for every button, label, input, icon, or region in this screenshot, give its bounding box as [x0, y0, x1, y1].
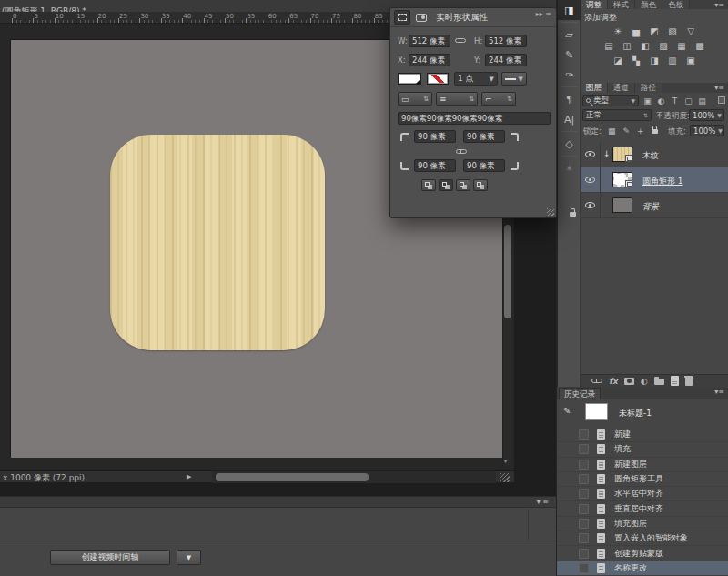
- panel-paragraph-icon[interactable]: ¶: [558, 89, 581, 109]
- panel-3d-icon[interactable]: ◇: [558, 134, 581, 154]
- create-video-timeline-button[interactable]: 创建视频时间轴: [50, 550, 170, 565]
- layer-filter-kind-select[interactable]: 类型 ▼: [582, 95, 639, 106]
- curves-icon[interactable]: ◩: [648, 25, 662, 37]
- pathfinder-unite-button[interactable]: [421, 179, 436, 191]
- history-brush-source-checkbox[interactable]: [579, 563, 589, 573]
- history-step[interactable]: 置入嵌入的智能对象: [557, 531, 728, 546]
- lock-transparency-icon[interactable]: ▦: [608, 126, 616, 136]
- properties-header[interactable]: 实时形状属性 ▸▸ ≡: [390, 8, 556, 27]
- width-field[interactable]: 512 像素: [409, 35, 450, 47]
- history-step[interactable]: 填充: [557, 442, 728, 457]
- filter-type-layers-icon[interactable]: T: [670, 95, 680, 106]
- exposure-icon[interactable]: ▧: [666, 25, 680, 37]
- panel-brush-settings-icon[interactable]: ✑: [558, 65, 581, 85]
- history-brush-source-checkbox[interactable]: [579, 549, 589, 559]
- hue-saturation-icon[interactable]: ▤: [602, 40, 616, 52]
- delete-layer-button[interactable]: [685, 378, 693, 386]
- invert-icon[interactable]: ◪: [612, 55, 625, 66]
- stroke-corners-select[interactable]: ⌐⇅: [481, 92, 516, 106]
- timeline-mode-dropdown[interactable]: ▼: [177, 550, 201, 565]
- panel-resize-grip[interactable]: [547, 208, 554, 216]
- history-snapshot-row[interactable]: ✎ 未标题-1: [557, 401, 728, 423]
- layers-tab-inactive[interactable]: 通道: [608, 83, 635, 93]
- history-menu-icon[interactable]: ▾≡: [714, 388, 724, 396]
- filter-shape-layers-icon[interactable]: ▢: [683, 95, 693, 106]
- stroke-align-select[interactable]: ▭⇅: [398, 92, 432, 106]
- stroke-caps-select[interactable]: ≡⇅: [436, 92, 478, 106]
- add-layer-mask-button[interactable]: [624, 378, 634, 385]
- layers-tab-inactive[interactable]: 路径: [635, 83, 662, 93]
- history-brush-source-checkbox[interactable]: [579, 519, 589, 529]
- history-brush-source-checkbox[interactable]: [579, 504, 589, 514]
- adjustments-tab-inactive[interactable]: 颜色: [635, 0, 662, 9]
- radius-bottom-right-field[interactable]: 90 像素: [463, 159, 505, 172]
- corner-radius-summary-field[interactable]: 90像素90像素90像素90像素: [398, 112, 551, 125]
- history-step[interactable]: 垂直居中对齐: [557, 501, 728, 516]
- height-field[interactable]: 512 像素: [485, 35, 527, 47]
- new-layer-button[interactable]: [671, 376, 679, 386]
- layer-row[interactable]: 圆角矩形 1: [581, 167, 728, 193]
- threshold-icon[interactable]: ◨: [648, 55, 662, 66]
- opacity-select[interactable]: 100% ▼: [689, 109, 724, 121]
- properties-menu-icon[interactable]: ▸▸ ≡: [536, 10, 551, 18]
- layer-style-button[interactable]: fx: [609, 377, 618, 386]
- photo-filter-icon[interactable]: ▨: [657, 40, 671, 52]
- x-field[interactable]: 244 像素: [409, 54, 450, 66]
- pathfinder-exclude-button[interactable]: [473, 179, 488, 191]
- timeline-menu-icon[interactable]: ▾ ≡: [537, 498, 549, 506]
- brightness-contrast-icon[interactable]: ☀: [612, 25, 625, 37]
- adjustments-tab-inactive[interactable]: 色板: [662, 0, 690, 9]
- panel-character-icon[interactable]: A|: [558, 109, 581, 129]
- vertical-scrollbar-thumb[interactable]: [504, 225, 511, 318]
- color-lookup-icon[interactable]: ▩: [693, 40, 707, 52]
- masks-icon[interactable]: [413, 10, 430, 25]
- adjustments-tab-inactive[interactable]: 样式: [608, 0, 635, 9]
- fill-select[interactable]: 100% ▼: [690, 125, 724, 136]
- layers-menu-icon[interactable]: ▾≡: [714, 84, 724, 92]
- layer-thumbnail[interactable]: [612, 172, 632, 187]
- stroke-width-select[interactable]: 1 点 ▼: [454, 72, 498, 86]
- channel-mixer-icon[interactable]: ▦: [675, 40, 689, 52]
- link-wh-icon[interactable]: [455, 38, 466, 43]
- fill-color-swatch[interactable]: [398, 73, 421, 85]
- gradient-map-icon[interactable]: ▥: [666, 55, 680, 66]
- history-step[interactable]: 圆角矩形工具: [557, 472, 728, 487]
- eye-icon[interactable]: [585, 177, 595, 183]
- filter-adjustment-layers-icon[interactable]: ◐: [656, 95, 666, 106]
- scroll-down-arrow-icon[interactable]: ▾: [504, 458, 507, 464]
- layer-filter-toggle[interactable]: [718, 96, 725, 104]
- black-white-icon[interactable]: ◧: [639, 40, 652, 52]
- adjustments-menu-icon[interactable]: ▾≡: [714, 1, 724, 9]
- adjustments-tab-active[interactable]: 调整: [581, 0, 608, 9]
- layer-row[interactable]: 背景: [581, 193, 728, 218]
- history-brush-source-checkbox[interactable]: [579, 460, 589, 470]
- layer-thumbnail[interactable]: [612, 147, 632, 162]
- selective-color-icon[interactable]: ▣: [684, 55, 698, 66]
- history-brush-icon[interactable]: ✎: [563, 406, 571, 416]
- snapshot-thumbnail[interactable]: [585, 403, 608, 420]
- eye-icon[interactable]: [585, 151, 595, 157]
- history-step[interactable]: 名称更改: [557, 561, 728, 576]
- history-brush-source-checkbox[interactable]: [579, 429, 589, 440]
- lock-pixels-icon[interactable]: ✎: [623, 126, 631, 136]
- panel-brush-presets-icon[interactable]: ✎: [558, 45, 581, 65]
- horizontal-scrollbar[interactable]: [212, 471, 496, 483]
- vibrance-icon[interactable]: ▽: [684, 25, 698, 37]
- history-step[interactable]: 创建剪贴蒙版: [557, 546, 728, 561]
- layers-tab-active[interactable]: 图层: [581, 83, 608, 93]
- history-brush-source-checkbox[interactable]: [579, 474, 589, 484]
- radius-bottom-left-field[interactable]: 90 像素: [414, 159, 456, 172]
- filter-pixel-layers-icon[interactable]: ▣: [642, 95, 652, 106]
- history-step[interactable]: 填充图层: [557, 517, 728, 531]
- history-step[interactable]: 水平居中对齐: [557, 487, 728, 501]
- new-adjustment-layer-button[interactable]: ◐: [641, 377, 648, 386]
- layer-row[interactable]: ↓木纹: [581, 142, 728, 167]
- pathfinder-intersect-button[interactable]: [456, 179, 470, 191]
- horizontal-scrollbar-thumb[interactable]: [216, 473, 369, 481]
- history-brush-source-checkbox[interactable]: [579, 489, 589, 499]
- lock-all-icon[interactable]: [652, 129, 658, 134]
- status-menu-arrow-icon[interactable]: ▶: [187, 473, 191, 480]
- history-step[interactable]: 新建: [557, 428, 728, 442]
- panel-info-icon[interactable]: ▱: [558, 25, 581, 45]
- panel-properties-icon[interactable]: ◨: [558, 0, 581, 20]
